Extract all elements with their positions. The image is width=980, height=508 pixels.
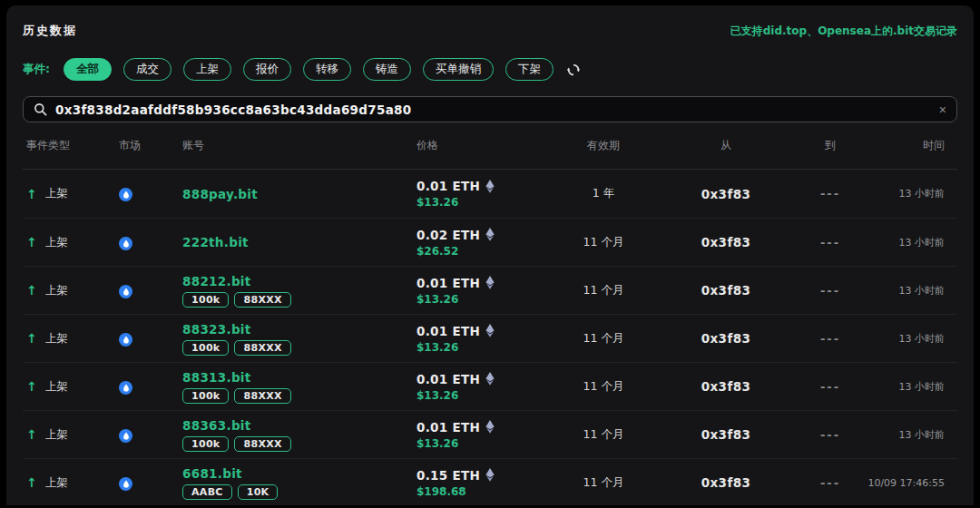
support-note: 已支持did.top、Opensea上的.bit交易记录 [730, 24, 957, 39]
event-type-label: 上架 [45, 475, 68, 491]
account-tag: 88XXX [234, 340, 290, 356]
from-address[interactable]: 0x3f83 [658, 427, 794, 442]
account-tag: 100k [182, 436, 229, 452]
listed-up-arrow-icon: ↑ [26, 331, 37, 346]
filter-pill-0[interactable]: 全部 [64, 58, 112, 81]
price-eth: 0.01 ETH [416, 420, 480, 435]
account-link[interactable]: 222th.bit [182, 235, 416, 249]
did-top-market-icon [119, 477, 132, 491]
from-address[interactable]: 0x3f83 [658, 475, 794, 490]
filter-pill-1[interactable]: 成交 [123, 58, 172, 81]
event-time: 13 小时前 [867, 332, 957, 346]
account-tags: 100k88XXX [182, 436, 416, 452]
col-to: 到 [794, 138, 867, 153]
filter-pill-2[interactable]: 上架 [183, 58, 231, 81]
filter-pill-5[interactable]: 铸造 [363, 58, 411, 81]
from-address[interactable]: 0x3f83 [658, 187, 794, 201]
search-input[interactable] [55, 103, 931, 117]
table-row[interactable]: ↑ 上架 6681.bit AABC10K 0.15 ETH [23, 458, 957, 505]
col-price: 价格 [416, 138, 549, 153]
account-link[interactable]: 888pay.bit [182, 187, 416, 201]
price-usd: $13.26 [416, 437, 549, 450]
account-link[interactable]: 88323.bit [182, 322, 416, 337]
account-tag: AABC [182, 484, 232, 500]
filter-pill-6[interactable]: 买单撤销 [423, 58, 494, 81]
filter-pill-7[interactable]: 下架 [505, 58, 554, 81]
price-usd: $13.26 [416, 196, 549, 209]
to-address: --- [794, 380, 867, 394]
event-type-label: 上架 [45, 235, 68, 250]
eth-diamond-icon [485, 420, 495, 434]
price-eth: 0.02 ETH [416, 228, 480, 242]
col-event-type: 事件类型 [23, 138, 119, 153]
to-address: --- [794, 236, 867, 249]
table-row[interactable]: ↑ 上架 88212.bit 100k88XXX 0.01 ETH [23, 266, 957, 314]
event-time: 10/09 17:46:55 [867, 477, 957, 489]
col-time: 时间 [867, 138, 957, 153]
event-time: 13 小时前 [867, 187, 957, 200]
table-row[interactable]: ↑ 上架 888pay.bit 0.01 ETH [23, 170, 957, 218]
price-usd: $26.52 [416, 245, 549, 258]
col-from: 从 [658, 138, 794, 153]
event-time: 13 小时前 [867, 284, 957, 298]
table-header: 事件类型 市场 账号 价格 有效期 从 到 时间 [23, 122, 957, 170]
account-link[interactable]: 88363.bit [182, 418, 416, 433]
refresh-icon [566, 63, 581, 77]
price-usd: $13.26 [416, 389, 549, 402]
filter-pill-3[interactable]: 报价 [243, 58, 291, 81]
did-top-market-icon [119, 381, 132, 395]
eth-diamond-icon [485, 276, 495, 289]
validity-period: 11 个月 [549, 427, 658, 443]
to-address: --- [794, 284, 867, 298]
to-address: --- [794, 428, 867, 442]
col-validity: 有效期 [549, 138, 658, 153]
price-usd: $13.26 [416, 293, 549, 306]
event-type-label: 上架 [45, 283, 68, 298]
table-row[interactable]: ↑ 上架 88363.bit 100k88XXX 0.01 ETH [23, 410, 957, 458]
listed-up-arrow-icon: ↑ [26, 475, 37, 490]
table-row[interactable]: ↑ 上架 222th.bit 0.02 ETH [23, 218, 957, 266]
account-tag: 100k [182, 340, 229, 356]
table-row[interactable]: ↑ 上架 88323.bit 100k88XXX 0.01 ETH [23, 314, 957, 362]
eth-diamond-icon [485, 372, 495, 386]
account-tags: AABC10K [182, 484, 416, 500]
listed-up-arrow-icon: ↑ [26, 379, 37, 394]
listed-up-arrow-icon: ↑ [26, 187, 37, 201]
event-type-label: 上架 [45, 331, 68, 347]
validity-period: 11 个月 [549, 331, 658, 347]
history-data-page: 历史数据 已支持did.top、Opensea上的.bit交易记录 事件: 全部… [0, 0, 980, 508]
event-type-label: 上架 [45, 379, 68, 395]
validity-period: 11 个月 [549, 235, 658, 250]
event-filter-row: 事件: 全部成交上架报价转移铸造买单撤销下架 [23, 58, 957, 81]
from-address[interactable]: 0x3f83 [658, 379, 794, 394]
price-eth: 0.01 ETH [416, 324, 480, 338]
page-header: 历史数据 已支持did.top、Opensea上的.bit交易记录 [15, 5, 965, 39]
price-usd: $198.68 [416, 485, 549, 498]
from-address[interactable]: 0x3f83 [658, 235, 794, 249]
filter-pill-4[interactable]: 转移 [303, 58, 351, 81]
eth-diamond-icon [485, 180, 495, 193]
eth-diamond-icon [485, 324, 495, 337]
eth-diamond-icon [485, 468, 495, 482]
to-address: --- [794, 332, 867, 346]
account-link[interactable]: 6681.bit [182, 466, 416, 481]
from-address[interactable]: 0x3f83 [658, 283, 794, 298]
table-row[interactable]: ↑ 上架 88313.bit 100k88XXX 0.01 ETH [23, 362, 957, 410]
refresh-button[interactable] [566, 63, 581, 77]
account-tag: 88XXX [234, 388, 290, 404]
price-usd: $13.26 [416, 341, 549, 354]
to-address: --- [794, 476, 867, 490]
account-tag: 88XXX [234, 292, 290, 308]
to-address: --- [794, 187, 867, 200]
col-market: 市场 [119, 138, 182, 153]
account-tags: 100k88XXX [182, 388, 416, 404]
from-address[interactable]: 0x3f83 [658, 331, 794, 346]
account-link[interactable]: 88212.bit [182, 274, 416, 288]
listed-up-arrow-icon: ↑ [26, 427, 37, 442]
event-time: 13 小时前 [867, 236, 957, 249]
eth-diamond-icon [485, 228, 495, 241]
clear-search-icon[interactable]: × [939, 103, 946, 116]
account-link[interactable]: 88313.bit [182, 370, 416, 385]
account-tags: 100k88XXX [182, 340, 416, 356]
price-eth: 0.15 ETH [416, 468, 480, 483]
